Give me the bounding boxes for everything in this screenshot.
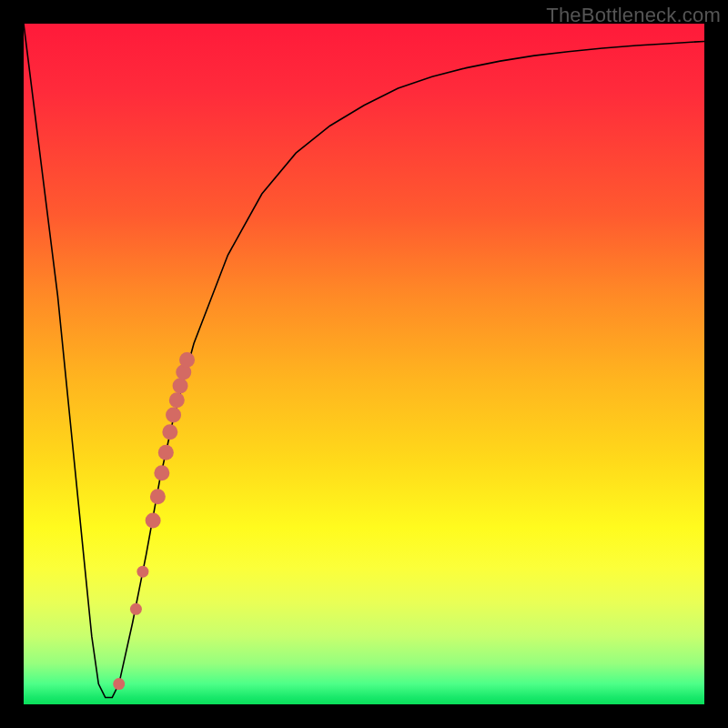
marker-group bbox=[113, 352, 195, 690]
data-point bbox=[150, 489, 166, 504]
data-point bbox=[146, 513, 161, 529]
data-point bbox=[136, 566, 148, 578]
data-point bbox=[169, 392, 185, 408]
data-point bbox=[173, 378, 188, 393]
data-point bbox=[154, 465, 169, 480]
chart-svg bbox=[24, 24, 704, 704]
data-point bbox=[179, 352, 195, 368]
data-point bbox=[166, 408, 181, 423]
plot-area bbox=[24, 24, 704, 704]
data-point bbox=[162, 424, 177, 440]
data-point bbox=[113, 678, 125, 690]
watermark-text: TheBottleneck.com bbox=[546, 4, 721, 27]
bottleneck-curve bbox=[24, 24, 704, 698]
chart-frame: TheBottleneck.com bbox=[0, 0, 728, 728]
data-point bbox=[158, 445, 174, 460]
data-point bbox=[130, 603, 142, 615]
